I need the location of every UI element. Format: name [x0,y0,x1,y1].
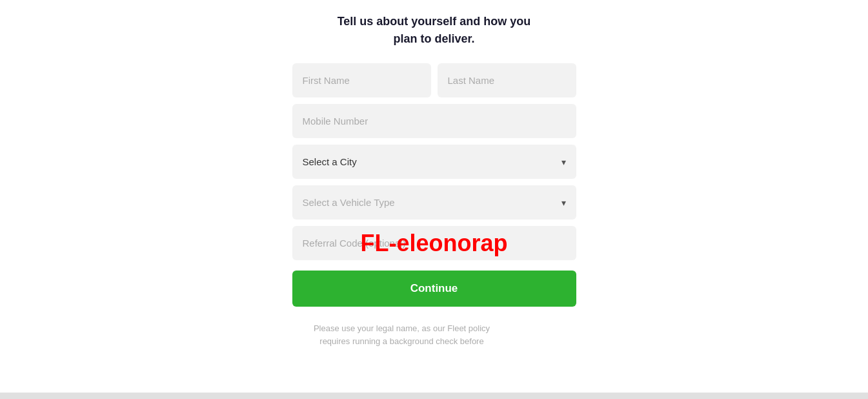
page-wrapper: Tell us about yourself and how you plan … [0,0,868,347]
vehicle-select[interactable]: Select a Vehicle Type Bicycle Motorcycle… [292,185,576,220]
city-select-wrapper: Select a City New York Los Angeles Chica… [292,145,576,179]
header-section: Tell us about yourself and how you plan … [338,13,531,48]
referral-input[interactable] [292,226,576,260]
vehicle-select-wrapper: Select a Vehicle Type Bicycle Motorcycle… [292,185,576,220]
city-select[interactable]: Select a City New York Los Angeles Chica… [292,145,576,179]
footer-note: Please use your legal name, as our Fleet… [292,322,512,347]
name-row [292,63,576,97]
continue-button[interactable]: Continue [292,271,576,307]
last-name-input[interactable] [438,63,576,97]
referral-wrapper: FL-eleonorap [292,226,576,260]
bottom-bar [0,393,868,399]
first-name-input[interactable] [292,63,431,97]
page-title: Tell us about yourself and how you plan … [338,13,531,48]
mobile-input[interactable] [292,104,576,138]
signup-form: Select a City New York Los Angeles Chica… [292,63,576,347]
